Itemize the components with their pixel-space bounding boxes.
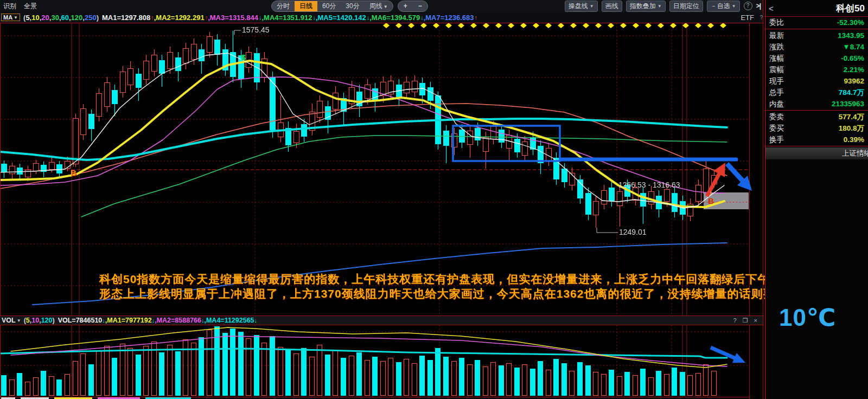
ma2-value: ,MA2=1292.291	[154, 14, 205, 22]
quote-row: 现手93962	[765, 75, 868, 87]
clipped-indicator-row	[0, 397, 749, 399]
tab-weekly[interactable]: 周线▼	[365, 1, 393, 11]
menu-recognize[interactable]: 识别	[3, 2, 16, 11]
range-price-label: 1266.53 - 1316.63	[618, 181, 680, 189]
weather-widget: 10℃	[779, 304, 836, 331]
menu-trading-line[interactable]: 操盘线▼	[565, 1, 598, 12]
vol-param-5: 5	[26, 317, 30, 324]
top-toolbar: 识别 全景 分时 日线 60分 30分 周线▼ + − 操盘线▼ 画线 指数叠加…	[0, 0, 764, 12]
menu-draw-line[interactable]: 画线	[602, 1, 622, 12]
quote-row: 震幅2.21%	[765, 64, 868, 75]
vol-param-120: 120	[41, 317, 53, 324]
buy-arrow-icon: ↑	[709, 189, 713, 197]
quote-row: 涨跌▼8.74	[765, 41, 868, 53]
buy-arrow-icon: ↑	[72, 160, 75, 168]
ma7-value: ,MA7=1236.683	[424, 14, 474, 22]
vol-value: VOL=7846510	[58, 317, 103, 324]
ma-param-5: 5	[25, 14, 29, 22]
trading-app-window: 识别 全景 分时 日线 60分 30分 周线▼ + − 操盘线▼ 画线 指数叠加…	[0, 0, 868, 399]
ma5-value: ,MA5=1420.142	[316, 14, 366, 22]
tab-daily[interactable]: 日线	[295, 1, 317, 11]
ma6-value: ,MA6=1394.579	[369, 14, 420, 22]
analyst-note-line1: 科创50指数方面今天是缩量缩得最厉害的指数，上午科技权重还有护盘表现，但实在没增…	[99, 272, 868, 287]
divider	[765, 29, 868, 29]
back-chevron-icon[interactable]: <	[769, 4, 774, 13]
down-arrow-icon: ↓	[254, 317, 258, 324]
vol-param-10: 10	[31, 317, 39, 324]
vol-ma4-value: ,MA4=11292565	[204, 317, 254, 324]
ma-param-120: 120	[71, 14, 83, 22]
analyst-note-line2: 形态上上影线明显属于上冲遇阻了，上方1370颈线阻力昨天也给大家画过，今天高点在…	[99, 286, 868, 301]
zoom-in-button[interactable]: +	[398, 1, 413, 11]
sell-arrow-icon: ↓	[243, 61, 246, 69]
chevron-down-icon: ▼	[590, 4, 594, 9]
etf-label[interactable]: ETF	[741, 14, 754, 22]
volume-indicator-row: VOL ▼ (5,10,120) VOL=7846510↓ ,MA1=79771…	[0, 316, 764, 325]
quote-row: 委卖577.4万	[765, 111, 868, 123]
sentiment-bar[interactable]: 上证情绪	[765, 147, 868, 159]
vol-ma1-value: ,MA1=7977192	[105, 317, 152, 324]
ma3-value: ,MA3=1315.844	[208, 14, 258, 22]
quote-row: 涨幅-0.65%	[765, 53, 868, 64]
chevron-down-icon: ▼	[658, 4, 662, 9]
ma-indicator-row: MA▼ (5,10,20,30,60,120,250) MA1=1297.808…	[0, 12, 764, 23]
ma-param-10: 10	[31, 14, 39, 22]
pane-window-icons[interactable]: ? ❐ ×	[733, 317, 760, 324]
quote-row: 换手0.39%	[765, 134, 868, 145]
divider	[765, 146, 868, 146]
quote-row: 委比-52.30%	[765, 17, 868, 28]
tab-minute[interactable]: 分时	[272, 1, 295, 11]
sell-signal-marker: S	[241, 53, 246, 62]
vol-ma2-value: ,MA2=8588766	[155, 317, 201, 324]
tab-60min[interactable]: 60分	[317, 1, 341, 11]
menu-panorama[interactable]: 全景	[24, 2, 37, 11]
chevron-down-icon: ▼	[732, 4, 736, 9]
period-button-group: 分时 日线 60分 30分 周线▼	[271, 1, 393, 12]
vol-selector[interactable]: VOL	[2, 317, 16, 324]
quote-panel-header: < 科创50	[765, 0, 868, 17]
tab-30min[interactable]: 30分	[341, 1, 364, 11]
panel-divider	[763, 0, 763, 399]
instrument-title: 科创50	[836, 2, 865, 15]
up-arrow-icon: ↑	[475, 14, 478, 21]
help-icon[interactable]: ?	[744, 2, 752, 10]
menu-watchlist[interactable]: ﹣自选▼	[707, 1, 740, 12]
menu-index-overlay[interactable]: 指数叠加▼	[626, 1, 666, 12]
collapse-panel-icon[interactable]: >|	[756, 2, 761, 10]
high-price-label: 1575.45	[242, 25, 270, 34]
quote-panel: < 科创50 委比-52.30% 最新1343.95 涨跌▼8.74 涨幅-0.…	[765, 0, 868, 399]
quote-row: 总手784.7万	[765, 87, 868, 98]
candlestick-chart-canvas[interactable]	[0, 0, 765, 399]
ma1-value: MA1=1297.808	[102, 14, 150, 22]
zoom-out-button[interactable]: −	[413, 1, 427, 11]
quote-row: 最新1343.95	[765, 30, 868, 41]
ma-selector[interactable]: MA▼	[1, 14, 20, 21]
low-price-label: 1249.01	[619, 228, 647, 236]
ma-param-60: 60	[61, 14, 69, 22]
buy-signal-marker: B	[71, 168, 76, 177]
chevron-down-icon: ▼	[17, 318, 21, 323]
ma-param-250: 250	[85, 14, 97, 22]
chevron-down-icon: ▼	[14, 15, 18, 20]
chevron-down-icon: ▼	[384, 4, 388, 9]
ma4-value: ,MA4=1351.912	[262, 14, 312, 22]
quote-row: 委买180.8万	[765, 123, 868, 134]
ma-param-20: 20	[41, 14, 49, 22]
zoom-button-group: + −	[398, 1, 428, 12]
buy-signal-marker: B	[708, 196, 714, 205]
divider	[765, 110, 868, 111]
ma-param-30: 30	[51, 14, 59, 22]
quote-row: 内盘21335963	[765, 98, 868, 110]
menu-date-locate[interactable]: 日期定位	[669, 1, 703, 12]
